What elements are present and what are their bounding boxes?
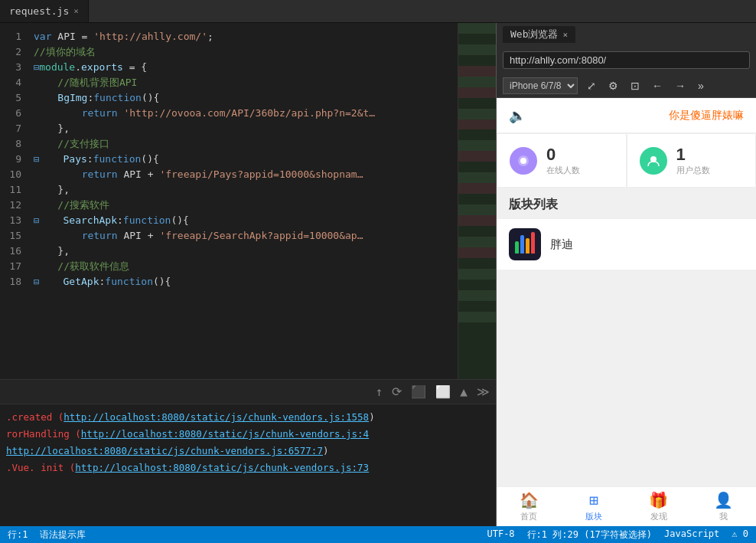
line-num: 16 [0, 244, 21, 259]
nav-item-profile[interactable]: 👤 我 [691, 487, 756, 526]
stat-num-online: 0 [546, 145, 580, 165]
bar-1 [515, 241, 519, 254]
editor-tab[interactable]: request.js × [0, 0, 89, 22]
line-num: 5 [0, 90, 21, 106]
code-line: ⊟ Pays:function(){ [34, 152, 458, 167]
nav-item-discover[interactable]: 🎁 发现 [627, 487, 692, 526]
nav-label-forum: 版块 [585, 511, 602, 522]
code-line: }, [34, 244, 458, 259]
line-num: 7 [0, 121, 21, 136]
code-line: ⊟module.exports = { [34, 60, 458, 75]
line-num: 17 [0, 259, 21, 274]
stat-info-users: 1 用户总数 [676, 145, 710, 176]
code-line: var API = 'http://ahlly.com/'; [34, 29, 458, 44]
app-content: 🔈 你是傻逼胖婊嘛 0 在线人数 [497, 98, 756, 526]
minimap[interactable] [458, 23, 496, 379]
console-link[interactable]: http://localhost:8080/static/js/chunk-ve… [75, 462, 369, 473]
bar-3 [526, 238, 530, 254]
speaker-icon: 🔈 [509, 107, 526, 123]
svg-point-1 [520, 158, 526, 164]
stat-label-users: 用户总数 [676, 165, 710, 176]
home-icon: 🏠 [520, 491, 539, 509]
status-error: ⚠ 0 [732, 528, 748, 541]
responsive-icon[interactable]: ⤢ [584, 78, 599, 93]
console-pane[interactable]: .created (http://localhost:8080/static/j… [0, 404, 496, 526]
nav-label-home: 首页 [520, 511, 537, 522]
settings-icon[interactable]: ⚙ [605, 78, 621, 93]
line-num: 6 [0, 106, 21, 121]
forward-icon[interactable]: → [672, 78, 689, 93]
code-line: //支付接口 [34, 136, 458, 152]
toolbar-icon-more[interactable]: ≫ [477, 384, 490, 399]
console-prefix: .Vue. init ( [6, 462, 75, 473]
code-line: ⊟ SearchApk:function(){ [34, 213, 458, 228]
browser-tab-label: Web浏览器 [510, 28, 558, 41]
editor-pane: 1 2 3 4 5 6 7 8 9 10 11 12 13 15 16 17 1… [0, 23, 496, 526]
browser-tab-close[interactable]: × [562, 30, 568, 40]
console-line: .created (http://localhost:8080/static/j… [6, 409, 490, 426]
toolbar-icon-refresh[interactable]: ⟳ [392, 384, 402, 399]
nav-item-forum[interactable]: ⊞ 版块 [562, 487, 627, 526]
status-lang: JavaScript [664, 528, 719, 541]
console-line: .Vue. init (http://localhost:8080/static… [6, 460, 490, 476]
console-link[interactable]: http://localhost:8080/static/js/chunk-ve… [81, 428, 369, 440]
toolbar-icon-expand[interactable]: ⬜ [435, 384, 451, 399]
status-bar: 行:1 语法提示库 UTF-8 行:1 列:29 (17字符被选择) JavaS… [0, 526, 756, 543]
minimap-canvas [458, 23, 496, 379]
more-icon[interactable]: » [695, 78, 707, 93]
stat-info-online: 0 在线人数 [546, 145, 580, 176]
console-link[interactable]: http://localhost:8080/static/js/chunk-ve… [64, 411, 369, 423]
code-line: //获取软件信息 [34, 259, 458, 274]
address-input[interactable] [503, 51, 750, 69]
toolbar-icon-up[interactable]: ▲ [460, 384, 468, 399]
nav-item-home[interactable]: 🏠 首页 [497, 487, 562, 526]
app-top-text: 你是傻逼胖婊嘛 [532, 109, 744, 123]
stat-card-users: 1 用户总数 [627, 133, 757, 188]
browser-address-bar [497, 46, 756, 74]
bottom-nav: 🏠 首页 ⊞ 版块 🎁 发现 👤 我 [497, 486, 756, 526]
toolbar-icon-wrap[interactable]: ↑ [376, 384, 383, 399]
line-num: 18 [0, 274, 21, 289]
forum-nav-icon: ⊞ [589, 491, 598, 509]
line-num: 8 [0, 136, 21, 152]
screenshot-icon[interactable]: ⊡ [627, 78, 643, 93]
line-num: 10 [0, 167, 21, 182]
line-numbers: 1 2 3 4 5 6 7 8 9 10 11 12 13 15 16 17 1… [0, 23, 28, 379]
toolbar-icon-stop[interactable]: ⬛ [411, 384, 426, 399]
line-num: 9 [0, 152, 21, 167]
tab-bar: request.js × [0, 0, 756, 23]
editor-tab-close[interactable]: × [73, 6, 79, 16]
forum-icon [509, 228, 541, 260]
line-num: 11 [0, 182, 21, 198]
forum-name: 胖迪 [550, 237, 573, 252]
console-prefix: rorHandling ( [6, 428, 81, 440]
section-title: 版块列表 [497, 188, 756, 219]
code-line: //填你的域名 [34, 44, 458, 60]
nav-label-profile: 我 [719, 511, 728, 522]
browser-tab-bar: Web浏览器 × [497, 23, 756, 46]
profile-icon: 👤 [714, 491, 733, 509]
line-num: 3 [0, 60, 21, 75]
discover-icon: 🎁 [649, 491, 668, 509]
code-line: //随机背景图API [34, 75, 458, 90]
status-hint: 语法提示库 [40, 528, 86, 541]
code-line: }, [34, 121, 458, 136]
back-icon[interactable]: ← [649, 78, 666, 93]
code-area[interactable]: var API = 'http://ahlly.com/'; //填你的域名 ⊟… [28, 23, 458, 379]
line-num: 1 [0, 29, 21, 44]
status-encoding: UTF-8 [487, 528, 514, 541]
line-num: 12 [0, 198, 21, 213]
users-icon [640, 147, 667, 175]
browser-viewport: 🔈 你是傻逼胖婊嘛 0 在线人数 [497, 98, 756, 526]
console-prefix: .created ( [6, 411, 64, 423]
forum-item[interactable]: 胖迪 [497, 219, 756, 270]
console-link[interactable]: http://localhost:8080/static/js/chunk-ve… [6, 445, 323, 456]
stat-num-users: 1 [676, 145, 710, 165]
device-select[interactable]: iPhone 6/7/8 iPhone X iPad Desktop [503, 77, 578, 94]
app-stats: 0 在线人数 1 用户总数 [497, 133, 756, 188]
line-num: 4 [0, 75, 21, 90]
code-line: return API + 'freeapi/Pays?appid=10000&s… [34, 167, 458, 182]
browser-tab[interactable]: Web浏览器 × [503, 26, 575, 43]
console-line: rorHandling (http://localhost:8080/stati… [6, 426, 490, 443]
status-position-label: 行:1 [8, 528, 28, 541]
